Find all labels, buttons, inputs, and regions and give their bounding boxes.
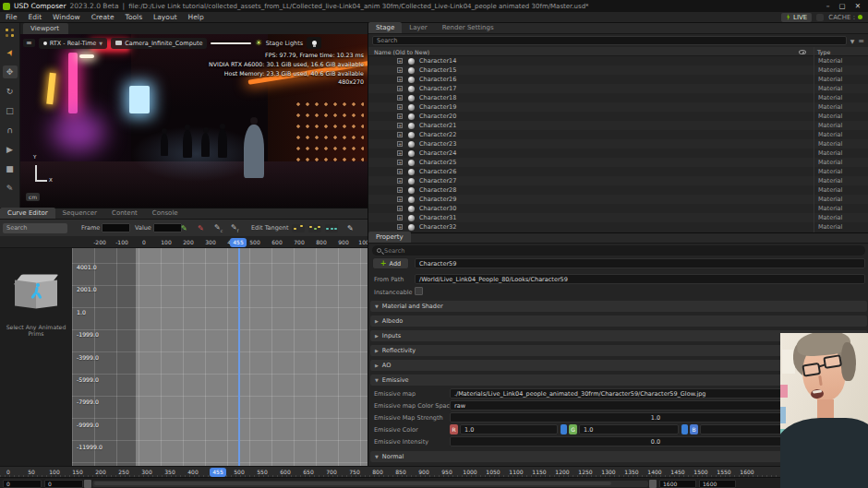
- from-path-field[interactable]: /World/Live_Link04_People_80/Looks/Chara…: [415, 274, 865, 284]
- tab-layer[interactable]: Layer: [402, 22, 435, 33]
- blue-channel-badge[interactable]: B: [690, 424, 698, 434]
- viewport-menu-icon[interactable]: ≡: [23, 39, 35, 47]
- exposure-slider[interactable]: [211, 42, 251, 44]
- expand-icon[interactable]: +: [397, 132, 403, 137]
- minimize-button[interactable]: –: [826, 2, 830, 10]
- table-row[interactable]: +Character30Material: [368, 204, 868, 213]
- table-row[interactable]: +Character23Material: [368, 139, 868, 149]
- table-row[interactable]: +Character20Material: [368, 112, 868, 121]
- live-options-button[interactable]: [816, 14, 824, 21]
- camera-dropdown[interactable]: Camera_Infinite_Compute: [111, 38, 207, 49]
- menu-file[interactable]: File: [0, 12, 23, 22]
- current-start-field[interactable]: 0: [44, 480, 83, 488]
- curve-playhead[interactable]: 455: [230, 238, 247, 247]
- table-row[interactable]: +Character21Material: [368, 121, 868, 130]
- pencil-icon[interactable]: ✎: [347, 224, 354, 232]
- b-curve-indicator[interactable]: [681, 424, 688, 434]
- value-input[interactable]: [153, 223, 182, 232]
- add-property-button[interactable]: + Add: [372, 257, 409, 269]
- range-start-field[interactable]: 0: [3, 480, 42, 488]
- expand-icon[interactable]: +: [397, 86, 403, 91]
- table-row[interactable]: +Character28Material: [368, 185, 868, 195]
- expand-icon[interactable]: +: [397, 224, 403, 230]
- stage-search-input[interactable]: Search: [372, 36, 847, 45]
- table-row[interactable]: +Character32Material: [368, 222, 868, 232]
- playhead-line[interactable]: [238, 248, 240, 467]
- expand-icon[interactable]: +: [397, 196, 403, 202]
- expand-icon[interactable]: +: [397, 104, 403, 110]
- filter-icon[interactable]: ▼: [850, 38, 855, 44]
- g-curve-indicator[interactable]: [561, 424, 567, 434]
- prim-name-field[interactable]: Character59: [415, 258, 865, 268]
- select-tool-icon[interactable]: ➤: [0, 43, 18, 63]
- table-row[interactable]: +Character24Material: [368, 149, 868, 158]
- section-material-and-shader[interactable]: ▼Material and Shader: [370, 301, 867, 312]
- expand-icon[interactable]: +: [397, 123, 403, 128]
- expand-icon[interactable]: +: [397, 206, 403, 211]
- curve-ruler[interactable]: 455 -200-1000100200300400500600700800900…: [0, 236, 368, 248]
- menu-layout[interactable]: Layout: [148, 12, 183, 22]
- expand-icon[interactable]: +: [397, 141, 403, 147]
- expand-icon[interactable]: +: [397, 113, 403, 119]
- scale-tool-icon[interactable]: □: [3, 104, 18, 117]
- tangent-preset-icon-1[interactable]: [292, 224, 305, 232]
- instanceable-checkbox[interactable]: [415, 287, 423, 295]
- timeline-scroll-handle-left[interactable]: [84, 480, 91, 488]
- table-row[interactable]: +Character25Material: [368, 158, 868, 167]
- expand-icon[interactable]: +: [397, 187, 403, 193]
- table-row[interactable]: +Character15Material: [368, 65, 868, 75]
- expand-icon[interactable]: +: [397, 215, 403, 220]
- renderer-dropdown[interactable]: RTX - Real-Time ▼: [39, 38, 107, 49]
- stop-button[interactable]: ■: [3, 162, 18, 175]
- tab-stage[interactable]: Stage: [368, 22, 402, 33]
- table-row[interactable]: +Character29Material: [368, 195, 868, 204]
- rotate-tool-icon[interactable]: ↻: [3, 85, 18, 98]
- play-button[interactable]: ▶: [3, 143, 18, 156]
- maximize-button[interactable]: ▢: [839, 2, 846, 10]
- tab-curve-editor[interactable]: Curve Editor: [0, 208, 55, 219]
- timeline-scrollbar[interactable]: [92, 481, 648, 487]
- name-column-header[interactable]: Name (Old to New): [374, 49, 429, 55]
- table-row[interactable]: +Character19Material: [368, 102, 868, 112]
- menu-window[interactable]: Window: [47, 12, 86, 22]
- tangent-preset-icon-3[interactable]: [325, 224, 338, 232]
- key-current-icon[interactable]: ✎c: [214, 223, 223, 233]
- green-channel-field[interactable]: 1.0: [579, 424, 679, 434]
- expand-icon[interactable]: +: [397, 178, 403, 184]
- table-row[interactable]: +Character31Material: [368, 213, 868, 222]
- table-row[interactable]: +Character18Material: [368, 93, 868, 102]
- timeline-scroll-handle-right[interactable]: [649, 480, 657, 488]
- timeline-ruler[interactable]: 0501001502002503003504004505005506006507…: [0, 466, 868, 477]
- property-search-input[interactable]: Search: [372, 245, 865, 256]
- curve-grid[interactable]: 4001.02001.01.0-1999.0-3999.0-5999.0-799…: [72, 248, 368, 467]
- delete-key-icon[interactable]: ✎: [198, 224, 204, 232]
- expand-icon[interactable]: +: [397, 95, 403, 101]
- menu-tools[interactable]: Tools: [120, 12, 148, 22]
- tab-viewport[interactable]: Viewport: [23, 23, 68, 34]
- expand-icon[interactable]: +: [397, 67, 403, 73]
- expand-icon[interactable]: +: [397, 150, 403, 156]
- red-channel-field[interactable]: 1.0: [460, 424, 558, 434]
- type-column-header[interactable]: Type: [817, 49, 830, 55]
- table-row[interactable]: +Character17Material: [368, 84, 868, 93]
- live-button[interactable]: LIVE: [781, 13, 812, 22]
- red-channel-badge[interactable]: R: [450, 424, 458, 434]
- expand-icon[interactable]: +: [397, 58, 403, 64]
- lights-button[interactable]: [307, 37, 321, 49]
- frame-input[interactable]: [102, 223, 130, 232]
- menu-create[interactable]: Create: [86, 12, 120, 22]
- key-frame-icon[interactable]: ✎f: [231, 223, 238, 233]
- green-channel-badge[interactable]: G: [569, 424, 577, 434]
- tangent-preset-icon-2[interactable]: [308, 224, 321, 232]
- snap-tool-icon[interactable]: ∩: [3, 124, 18, 137]
- timeline-playhead[interactable]: 455: [210, 468, 226, 477]
- menu-edit[interactable]: Edit: [23, 12, 48, 22]
- close-button[interactable]: ✕: [855, 2, 861, 10]
- table-row[interactable]: +Character14Material: [368, 56, 868, 65]
- expand-icon[interactable]: +: [397, 160, 403, 165]
- table-row[interactable]: +Character16Material: [368, 75, 868, 84]
- viewport-3d-scene[interactable]: ≡ RTX - Real-Time ▼ Camera_Infinite_Comp…: [20, 34, 368, 208]
- move-tool-icon[interactable]: ✥: [3, 65, 18, 78]
- list-options-icon[interactable]: ≡: [858, 37, 864, 45]
- app-grid-icon[interactable]: [3, 27, 18, 40]
